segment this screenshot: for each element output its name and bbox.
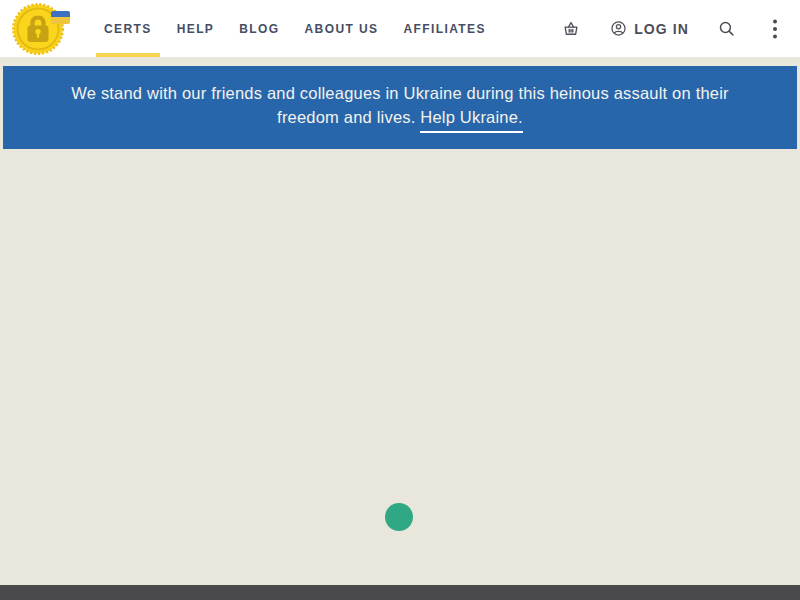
nav-item-affiliates[interactable]: AFFILIATES [403, 0, 485, 57]
kebab-menu-button[interactable] [772, 19, 778, 39]
chat-widget-button[interactable] [385, 503, 413, 531]
top-navbar: CERTS HELP BLOG ABOUT US AFFILIATES LOG … [0, 0, 800, 57]
search-button[interactable] [718, 20, 735, 37]
nav-item-blog[interactable]: BLOG [239, 0, 279, 57]
basket-button[interactable] [562, 20, 580, 38]
site-logo[interactable] [12, 0, 68, 57]
ukraine-banner: We stand with our friends and colleagues… [3, 66, 797, 149]
kebab-menu-icon [772, 19, 778, 39]
nav-item-about-us[interactable]: ABOUT US [305, 0, 379, 57]
banner-line2-text: freedom and lives. [277, 108, 415, 126]
page-content [0, 149, 800, 585]
nav-item-help[interactable]: HELP [177, 0, 215, 57]
ukraine-flag-icon [51, 11, 70, 24]
login-label: LOG IN [634, 21, 689, 37]
footer-bar [0, 585, 800, 600]
search-icon [718, 20, 735, 37]
shopping-basket-icon [562, 20, 580, 38]
help-ukraine-link[interactable]: Help Ukraine. [420, 108, 523, 133]
login-button[interactable]: LOG IN [610, 20, 689, 37]
banner-line2: freedom and lives. Help Ukraine. [277, 105, 523, 129]
account-circle-icon [610, 20, 627, 37]
banner-line1: We stand with our friends and colleagues… [71, 81, 729, 105]
main-nav: CERTS HELP BLOG ABOUT US AFFILIATES [104, 0, 486, 57]
header-actions: LOG IN [562, 19, 778, 39]
nav-item-certs[interactable]: CERTS [104, 0, 152, 57]
